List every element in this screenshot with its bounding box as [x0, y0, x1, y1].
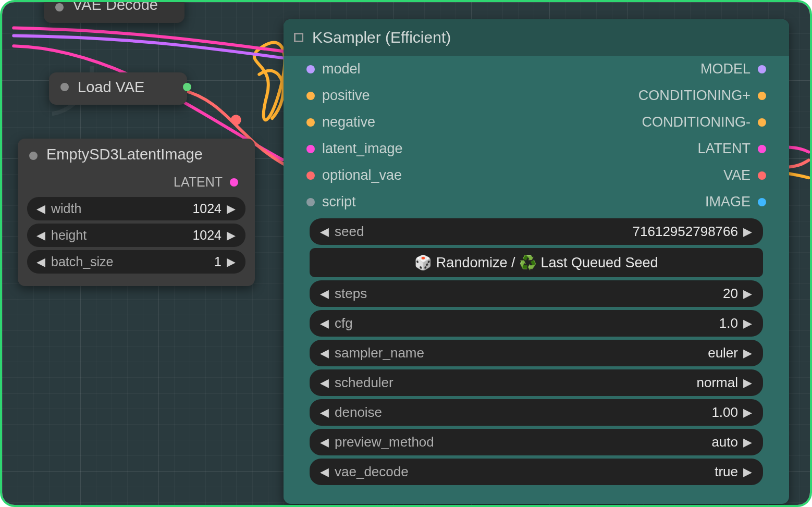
input-port-latent-image[interactable]: latent_image — [284, 135, 536, 162]
widget-label: height — [51, 228, 87, 243]
output-port-latent[interactable]: LATENT — [536, 135, 789, 162]
widget-batch-size[interactable]: batch_size 1 — [27, 250, 245, 274]
randomize-seed-button[interactable]: 🎲 Randomize / ♻️ Last Queued Seed — [310, 248, 763, 277]
node-title[interactable]: EmptySD3LatentImage — [18, 139, 255, 172]
collapse-dot-icon[interactable] — [29, 152, 38, 160]
chevron-right-icon[interactable] — [743, 287, 753, 301]
node-title-label: EmptySD3LatentImage — [46, 146, 203, 163]
input-port-script[interactable]: script — [284, 189, 536, 215]
port-label: CONDITIONING- — [642, 114, 751, 130]
input-port-positive[interactable]: positive — [284, 82, 536, 109]
port-icon[interactable] — [306, 92, 315, 100]
chevron-left-icon[interactable] — [36, 202, 46, 216]
output-port-image[interactable]: IMAGE — [536, 189, 789, 215]
widget-value[interactable]: 1024 — [92, 201, 222, 216]
output-port-model[interactable]: MODEL — [536, 56, 789, 82]
output-port-latent[interactable]: LATENT — [18, 172, 255, 192]
widget-cfg[interactable]: cfg 1.0 — [310, 310, 763, 337]
port-icon[interactable] — [306, 65, 315, 73]
port-label: CONDITIONING+ — [638, 88, 751, 104]
widget-label: batch_size — [51, 254, 114, 269]
chevron-right-icon[interactable] — [743, 465, 753, 479]
chevron-right-icon[interactable] — [227, 202, 236, 216]
node-title[interactable]: VAE Decode — [44, 0, 184, 20]
port-icon[interactable] — [306, 198, 315, 206]
port-label: MODEL — [700, 61, 751, 77]
port-icon[interactable] — [306, 171, 315, 180]
widget-label: sampler_name — [335, 345, 424, 361]
chevron-right-icon[interactable] — [743, 406, 753, 419]
node-title-label: KSampler (Efficient) — [312, 29, 451, 46]
chevron-left-icon[interactable] — [320, 225, 329, 239]
output-port-vae[interactable]: VAE — [536, 162, 789, 189]
widget-value[interactable]: 1.0 — [363, 315, 738, 331]
output-port-conditioning-pos[interactable]: CONDITIONING+ — [536, 82, 789, 109]
chevron-left-icon[interactable] — [320, 376, 329, 390]
port-icon[interactable] — [758, 171, 766, 180]
widget-label: scheduler — [335, 375, 393, 391]
input-port-optional-vae[interactable]: optional_vae — [284, 162, 536, 189]
port-icon[interactable] — [230, 178, 238, 187]
port-icon[interactable] — [758, 118, 766, 127]
input-port-negative[interactable]: negative — [284, 109, 536, 135]
node-vae-decode[interactable]: VAE Decode — [44, 0, 184, 23]
node-title[interactable]: KSampler (Efficient) — [284, 19, 789, 56]
chevron-left-icon[interactable] — [36, 229, 46, 242]
chevron-right-icon[interactable] — [227, 255, 236, 269]
port-icon[interactable] — [758, 92, 766, 100]
chevron-right-icon[interactable] — [743, 347, 753, 360]
chevron-left-icon[interactable] — [36, 255, 46, 269]
chevron-left-icon[interactable] — [320, 406, 329, 419]
widget-value[interactable]: euler — [435, 345, 738, 361]
output-port-conditioning-neg[interactable]: CONDITIONING- — [536, 109, 789, 135]
collapse-box-icon[interactable] — [294, 33, 303, 42]
widget-value[interactable]: 1024 — [97, 228, 222, 243]
port-icon[interactable] — [306, 118, 315, 127]
widget-value[interactable]: 1 — [124, 254, 222, 269]
chevron-left-icon[interactable] — [320, 436, 329, 449]
node-ksampler-efficient[interactable]: KSampler (Efficient) model positive nega… — [284, 19, 789, 504]
widget-value[interactable]: normal — [404, 375, 738, 391]
input-port-model[interactable]: model — [284, 56, 536, 82]
chevron-right-icon[interactable] — [743, 225, 753, 239]
chevron-left-icon[interactable] — [320, 347, 329, 360]
widget-height[interactable]: height 1024 — [27, 224, 245, 247]
collapse-dot-icon[interactable] — [55, 3, 64, 11]
node-empty-sd3-latent-image[interactable]: EmptySD3LatentImage LATENT width 1024 he… — [18, 139, 255, 286]
port-icon[interactable] — [758, 198, 766, 206]
port-label: VAE — [723, 167, 751, 183]
chevron-right-icon[interactable] — [227, 229, 236, 242]
widget-scheduler[interactable]: scheduler normal — [310, 369, 763, 396]
widget-denoise[interactable]: denoise 1.00 — [310, 399, 763, 426]
widget-value[interactable]: 1.00 — [392, 404, 738, 421]
port-label: LATENT — [174, 175, 223, 190]
widget-value[interactable]: auto — [445, 434, 738, 450]
chevron-right-icon[interactable] — [743, 436, 753, 449]
port-label: script — [322, 194, 356, 210]
port-label: positive — [322, 88, 370, 104]
chevron-left-icon[interactable] — [320, 287, 329, 301]
port-icon[interactable] — [306, 145, 315, 153]
widget-label: steps — [335, 286, 367, 302]
widget-value[interactable]: 20 — [377, 286, 738, 302]
chevron-right-icon[interactable] — [743, 317, 753, 330]
port-label: LATENT — [697, 141, 751, 157]
widget-steps[interactable]: steps 20 — [310, 280, 763, 307]
node-load-vae[interactable]: Load VAE — [49, 72, 187, 105]
port-icon[interactable] — [758, 145, 766, 153]
widget-vae-decode[interactable]: vae_decode true — [310, 459, 763, 485]
collapse-dot-icon[interactable] — [60, 83, 69, 91]
widget-sampler-name[interactable]: sampler_name euler — [310, 340, 763, 366]
widget-seed[interactable]: seed 71612952798766 — [310, 218, 763, 245]
widget-width[interactable]: width 1024 — [27, 197, 245, 220]
chevron-right-icon[interactable] — [743, 376, 753, 390]
widget-preview-method[interactable]: preview_method auto — [310, 429, 763, 455]
port-label: latent_image — [322, 141, 403, 157]
chevron-left-icon[interactable] — [320, 317, 329, 330]
node-title[interactable]: Load VAE — [49, 72, 187, 101]
widget-value[interactable]: true — [419, 464, 738, 480]
chevron-left-icon[interactable] — [320, 465, 329, 479]
output-port-icon[interactable] — [183, 83, 191, 91]
widget-value[interactable]: 71612952798766 — [374, 224, 738, 240]
port-icon[interactable] — [758, 65, 766, 73]
